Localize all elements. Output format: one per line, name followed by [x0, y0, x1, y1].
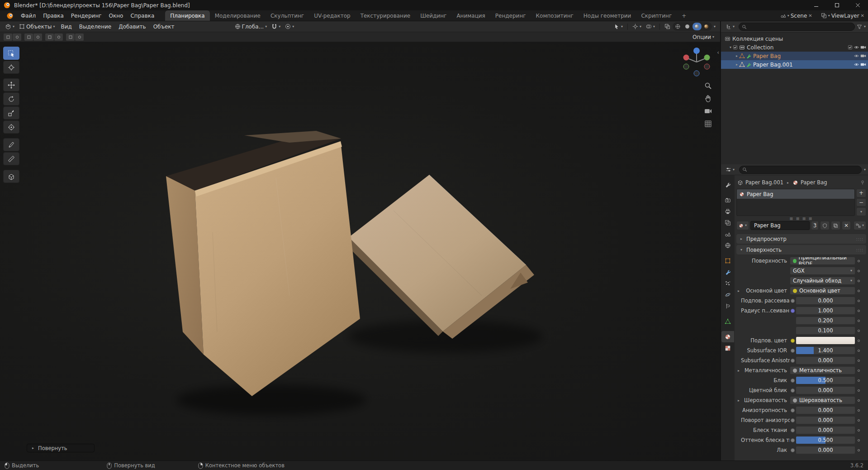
xray-toggle[interactable] [662, 22, 673, 31]
tool-transform[interactable] [3, 120, 19, 134]
slot-specials-menu-button[interactable]: ▾ [856, 207, 866, 216]
material-slot-row[interactable]: Paper Bag [737, 189, 854, 199]
sheen-slider[interactable]: 0.000 [796, 426, 855, 434]
tab-output[interactable] [721, 206, 734, 217]
tab-modifiers[interactable] [721, 266, 734, 278]
menu-add[interactable]: Добавить [115, 24, 149, 30]
menu-edit[interactable]: Правка [39, 10, 67, 21]
navigation-gizmo[interactable] [679, 45, 714, 79]
shading-material-preview-button[interactable] [693, 23, 702, 30]
animate-dot-icon[interactable] [855, 369, 862, 372]
surface-shader-button[interactable]: Принципиальный BSDF [790, 257, 855, 265]
tab-scene[interactable] [721, 228, 734, 240]
tool-rotate[interactable] [3, 92, 19, 106]
scene-unlink-icon[interactable]: ✕ [808, 13, 812, 18]
tab-animation[interactable]: Анимация [451, 10, 490, 21]
animate-dot-icon[interactable] [855, 429, 862, 432]
tab-texture[interactable] [721, 342, 734, 354]
expand-arrow-icon[interactable]: ▸ [736, 289, 741, 293]
viewlayer-unlink-icon[interactable]: ✕ [861, 13, 864, 18]
remove-slot-button[interactable]: − [856, 198, 866, 207]
camera-view-icon[interactable] [704, 107, 712, 115]
menu-window[interactable]: Окно [105, 10, 127, 21]
tab-tool[interactable] [721, 179, 734, 190]
browse-material-button[interactable]: ▾ [736, 221, 749, 230]
shading-wireframe-button[interactable] [674, 23, 683, 30]
animate-dot-icon[interactable] [855, 330, 862, 332]
animate-dot-icon[interactable] [855, 290, 862, 292]
specular-slider[interactable]: 0.500 [796, 376, 855, 384]
editor-type-button[interactable]: ▾ [3, 22, 17, 31]
toggle-perspective-icon[interactable] [704, 120, 712, 128]
toggle-button-8[interactable] [75, 34, 84, 41]
animate-dot-icon[interactable] [855, 280, 862, 282]
subsurface-slider[interactable]: 0.000 [796, 297, 855, 305]
toggle-button-7[interactable] [66, 34, 75, 41]
tab-layout[interactable]: Планировка [165, 10, 209, 21]
toggle-button-3[interactable] [24, 34, 33, 41]
tab-texture-paint[interactable]: Текстурирование [356, 10, 415, 21]
tool-cursor[interactable] [3, 61, 19, 74]
animate-dot-icon[interactable] [855, 449, 862, 451]
pan-hand-icon[interactable] [704, 95, 712, 102]
toggle-button-5[interactable] [45, 34, 54, 41]
animate-dot-icon[interactable] [855, 379, 862, 382]
options-dropdown[interactable]: Опции ▾ [690, 33, 716, 42]
toggle-button-6[interactable] [54, 34, 63, 41]
transform-orientation-dropdown[interactable]: Глоба... ▾ [232, 22, 270, 31]
collapse-arrow-icon[interactable]: ▸ [735, 54, 739, 58]
subsurface-anisotropy-slider[interactable]: 0.000 [796, 356, 855, 364]
users-count-button[interactable]: 3 [811, 221, 819, 230]
chevron-down-icon[interactable]: ▾ [864, 25, 866, 29]
tab-scripting[interactable]: Скриптинг [636, 10, 677, 21]
tool-move[interactable] [3, 78, 19, 91]
material-slot-list[interactable]: Paper Bag [736, 189, 855, 216]
toggle-button-2[interactable] [13, 34, 21, 41]
tab-physics[interactable] [721, 289, 734, 300]
menu-object[interactable]: Объект [150, 24, 178, 30]
outliner-row-paper-bag[interactable]: ▸ Paper Bag [721, 52, 868, 60]
collapse-arrow-icon[interactable]: ▾ [728, 45, 733, 49]
filter-icon[interactable] [857, 24, 862, 29]
render-visibility-camera-icon[interactable] [860, 62, 866, 67]
input-socket-icon[interactable] [790, 448, 796, 452]
toggle-button-4[interactable] [33, 34, 42, 41]
subsurface-method-dropdown[interactable]: Случайный обход ▾ [790, 277, 855, 285]
expand-arrow-icon[interactable]: ▸ [736, 398, 741, 403]
animate-dot-icon[interactable] [855, 310, 862, 312]
panel-surface-header[interactable]: ▾ Поверхность :::: [736, 245, 866, 254]
mode-dropdown[interactable]: Объекты ▾ [17, 22, 57, 31]
overlays-toggle[interactable]: ▾ [644, 22, 657, 31]
anisotropic-slider[interactable]: 0.000 [796, 406, 855, 414]
unlink-material-button[interactable]: ✕ [842, 221, 851, 230]
sheen-tint-slider[interactable]: 0.500 [796, 436, 855, 444]
tool-annotate[interactable] [3, 138, 19, 151]
radius-x-field[interactable]: 1.000 [796, 307, 855, 315]
chevron-down-icon[interactable]: ▾ [714, 25, 716, 29]
tab-material[interactable] [721, 331, 734, 342]
tab-particles[interactable] [721, 278, 734, 289]
tool-measure[interactable] [3, 152, 19, 165]
tool-add-cube[interactable] [3, 170, 19, 183]
animate-dot-icon[interactable] [855, 270, 862, 272]
gizmos-toggle[interactable]: ▾ [630, 22, 644, 31]
tab-object[interactable] [721, 255, 734, 266]
animate-dot-icon[interactable] [855, 439, 862, 441]
radius-y-field[interactable]: 0.200 [796, 317, 855, 325]
radius-z-field[interactable]: 0.100 [796, 326, 855, 335]
shading-rendered-button[interactable] [702, 23, 711, 30]
list-resize-grip[interactable]: ■ ■ ■ ■ [736, 216, 866, 221]
node-tree-icon[interactable]: ▾ [854, 221, 866, 230]
outliner-row-scene-collection[interactable]: Коллекция сцены [721, 34, 868, 43]
menu-help[interactable]: Справка [127, 10, 158, 21]
input-socket-icon[interactable] [790, 388, 796, 393]
menu-render[interactable]: Рендеринг [67, 10, 105, 21]
input-socket-icon[interactable] [790, 428, 796, 432]
tab-object-data[interactable] [721, 316, 734, 327]
add-workspace-button[interactable]: + [677, 10, 691, 21]
app-menu-button[interactable] [3, 10, 17, 21]
animate-dot-icon[interactable] [855, 409, 862, 412]
input-socket-icon[interactable] [790, 309, 796, 313]
input-socket-icon[interactable] [790, 349, 796, 353]
pin-icon[interactable] [860, 180, 865, 185]
